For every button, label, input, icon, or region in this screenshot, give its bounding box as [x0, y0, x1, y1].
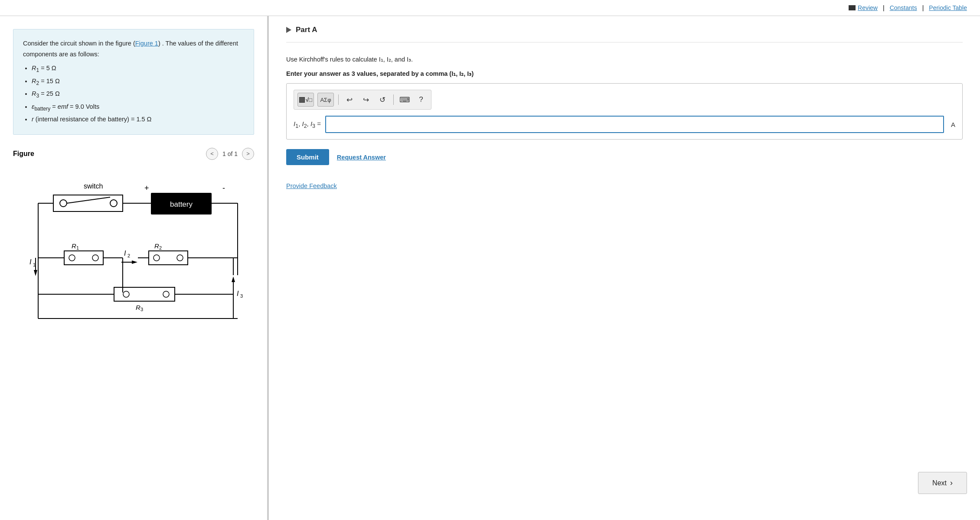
undo-icon: ↩ [346, 95, 353, 104]
problem-box: Consider the circuit shown in the figure… [13, 29, 254, 135]
component-r1: R1 = 5 Ω [32, 63, 244, 75]
next-button[interactable]: Next › [918, 472, 967, 494]
figure-header: Figure < 1 of 1 > [13, 148, 254, 160]
r3-sub: 3 [140, 307, 143, 312]
i1-arrow-head [34, 270, 37, 276]
constants-link[interactable]: Constants [890, 4, 917, 11]
collapse-icon[interactable] [286, 27, 291, 33]
refresh-btn[interactable]: ↺ [376, 93, 389, 106]
figure-label: Figure [13, 150, 34, 158]
keyboard-icon: ⌨ [399, 95, 410, 104]
r2-label: R [154, 242, 159, 250]
battery-text: battery [170, 200, 193, 208]
answer-row: I1, I2, I3 = A [294, 116, 955, 133]
answer-container: √□ ΑΣφ ↩ ↪ ↺ ⌨ [286, 83, 963, 140]
switch-label: switch [84, 182, 103, 190]
r1-label: R [72, 242, 76, 250]
r3-circle-right [163, 291, 169, 297]
instructions-bold: Enter your answer as 3 values, separated… [286, 69, 963, 79]
r1-circle-left [69, 255, 75, 261]
r2-sub: 2 [159, 245, 162, 250]
review-icon: Review [849, 4, 878, 11]
math-box-icon [299, 97, 305, 103]
math-template-btn[interactable]: √□ [297, 93, 314, 107]
sqrt-icon: √□ [306, 97, 312, 103]
r3-circle-left [123, 291, 129, 297]
switch-circle-left [60, 200, 67, 207]
i2-arrow-head [132, 260, 137, 264]
i1-label: I [29, 258, 32, 266]
plus-sign: + [144, 184, 149, 192]
answer-toolbar: √□ ΑΣφ ↩ ↪ ↺ ⌨ [294, 90, 431, 110]
circuit-diagram: switch + - battery [16, 171, 251, 344]
component-r3: R3 = 25 Ω [32, 88, 244, 100]
periodic-table-link[interactable]: Periodic Table [929, 4, 967, 11]
request-answer-link[interactable]: Request Answer [337, 154, 386, 161]
undo-btn[interactable]: ↩ [343, 93, 356, 106]
r1-sub: 1 [76, 245, 79, 250]
next-label: Next [932, 479, 947, 487]
top-bar: Review | Constants | Periodic Table [0, 0, 980, 16]
component-list: R1 = 5 Ω R2 = 15 Ω R3 = 25 Ω εbattery = … [32, 63, 244, 124]
part-header: Part A [286, 16, 963, 42]
figure-nav: < 1 of 1 > [206, 148, 254, 160]
keyboard-btn[interactable]: ⌨ [398, 93, 411, 106]
help-icon: ? [419, 95, 423, 104]
next-btn-container: Next › [918, 472, 967, 494]
r2-circle-left [154, 255, 160, 261]
figure-next-btn[interactable]: > [242, 148, 254, 160]
main-layout: Consider the circuit shown in the figure… [0, 16, 980, 520]
toolbar-separator-1 [338, 94, 339, 105]
switch-line [67, 197, 110, 203]
refresh-icon: ↺ [379, 95, 385, 104]
figure-prev-btn[interactable]: < [206, 148, 218, 160]
component-r: r (internal resistance of the battery) =… [32, 114, 244, 125]
help-btn[interactable]: ? [415, 93, 428, 106]
i2-sub: 2 [127, 253, 130, 258]
answer-input[interactable] [325, 116, 944, 133]
submit-button[interactable]: Submit [286, 149, 329, 165]
figure-pagination: 1 of 1 [222, 150, 238, 157]
answer-label: I1, I2, I3 = [294, 120, 321, 129]
i3-label: I [237, 290, 239, 297]
review-link[interactable]: Review [858, 4, 878, 11]
toolbar-separator-2 [393, 94, 394, 105]
figure-link[interactable]: Figure 1 [135, 40, 158, 47]
component-r2: R2 = 15 Ω [32, 76, 244, 88]
r2-circle-right [177, 255, 183, 261]
switch-circle-right [110, 200, 117, 207]
component-emf: εbattery = emf = 9.0 Volts [32, 101, 244, 113]
minus-sign: - [222, 184, 225, 192]
i3-arrow-head [232, 276, 235, 282]
next-arrow-icon: › [950, 478, 953, 488]
separator-2: | [922, 4, 924, 11]
i3-sub: 3 [240, 293, 243, 299]
greek-symbols-btn[interactable]: ΑΣφ [317, 93, 334, 107]
part-a-label: Part A [296, 26, 317, 34]
i2-label: I [124, 250, 126, 257]
r3-label: R [136, 304, 140, 311]
separator-1: | [883, 4, 885, 11]
action-row: Submit Request Answer [286, 149, 963, 165]
redo-btn[interactable]: ↪ [359, 93, 372, 106]
redo-icon: ↪ [363, 95, 369, 104]
greek-text: ΑΣφ [320, 97, 331, 103]
provide-feedback-link[interactable]: Provide Feedback [286, 182, 337, 189]
instructions-text: Use Kirchhoff's rules to calculate I₁, I… [286, 55, 963, 65]
problem-intro: Consider the circuit shown in the figure… [23, 38, 244, 59]
answer-unit: A [951, 121, 955, 128]
r1-circle-right [92, 255, 98, 261]
circuit-area: switch + - battery [13, 167, 254, 349]
left-panel: Consider the circuit shown in the figure… [0, 16, 269, 520]
right-panel: Part A Use Kirchhoff's rules to calculat… [269, 16, 980, 520]
